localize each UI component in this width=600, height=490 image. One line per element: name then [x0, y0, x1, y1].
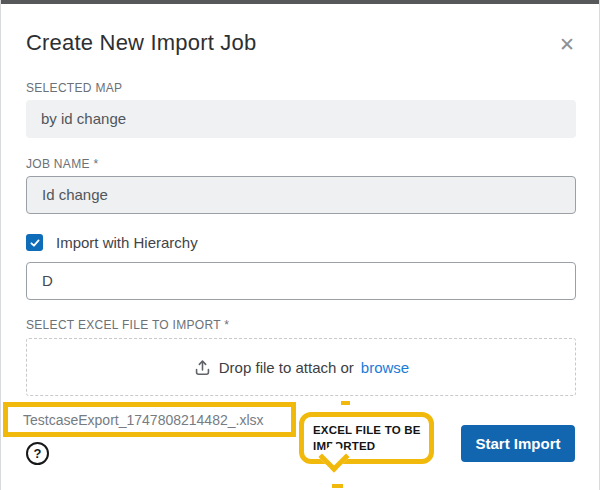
job-name-label: JOB NAME * [26, 157, 98, 171]
excel-file-label: SELECT EXCEL FILE TO IMPORT * [26, 318, 229, 332]
selected-map-field: by id change [26, 100, 576, 138]
annotation-handle-top [341, 401, 350, 405]
create-import-job-dialog: Create New Import Job ✕ SELECTED MAP by … [0, 0, 600, 490]
dropzone-text: Drop file to attach or [219, 359, 354, 376]
attached-filename: TestcaseExport_1747808214482_.xlsx [8, 412, 264, 428]
hierarchy-checkbox-label: Import with Hierarchy [56, 234, 198, 251]
close-icon[interactable]: ✕ [553, 30, 581, 58]
annotation-handle-bottom [332, 484, 343, 488]
selected-map-label: SELECTED MAP [26, 81, 122, 95]
checkmark-icon [29, 237, 41, 249]
upload-icon [193, 358, 212, 377]
hierarchy-checkbox[interactable] [26, 234, 43, 251]
hierarchy-value-input[interactable]: D [26, 262, 576, 300]
dialog-title: Create New Import Job [26, 30, 256, 56]
hierarchy-checkbox-row: Import with Hierarchy [26, 234, 198, 251]
help-icon[interactable]: ? [26, 442, 49, 465]
start-import-button[interactable]: Start Import [461, 425, 575, 462]
job-name-input[interactable]: Id change [26, 176, 576, 214]
window-top-edge [1, 0, 600, 4]
callout-text-line1: EXCEL FILE TO BE [313, 422, 421, 438]
browse-link[interactable]: browse [361, 359, 409, 376]
file-dropzone[interactable]: Drop file to attach or browse [26, 338, 576, 396]
filename-highlight-annotation: TestcaseExport_1747808214482_.xlsx [3, 402, 296, 437]
